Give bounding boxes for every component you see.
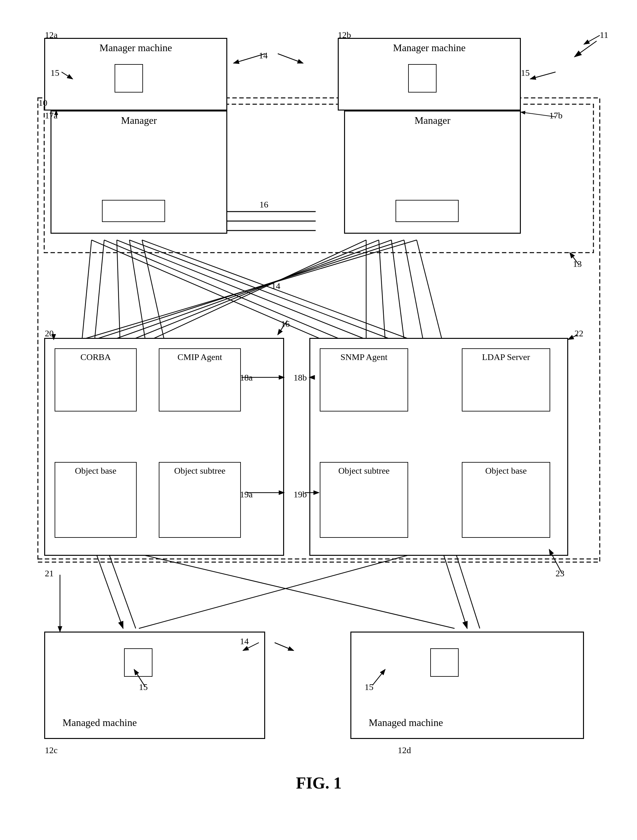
ref-19b: 19b [293, 489, 307, 500]
small-square-14b [408, 64, 437, 93]
svg-line-38 [584, 35, 600, 44]
svg-line-11 [117, 240, 366, 339]
manager-machine-left-title: Manager machine [45, 39, 226, 57]
ref-22: 22 [574, 328, 583, 338]
object-subtree-left-box: Object subtree [159, 462, 241, 538]
managed-machine-right-box: Managed machine [350, 632, 584, 739]
cmip-agent-box: CMIP Agent [159, 348, 241, 412]
svg-line-12 [129, 240, 391, 339]
object-base-right-label: Object base [462, 463, 550, 479]
ref-10: 10 [38, 98, 47, 108]
ref-15d: 15 [364, 682, 374, 692]
ref-23: 23 [555, 568, 564, 578]
small-square-14d [430, 648, 459, 677]
svg-line-8 [142, 240, 164, 339]
ldap-server-label: LDAP Server [462, 349, 550, 365]
svg-line-20 [132, 240, 379, 339]
manager-right-connector [396, 200, 459, 222]
manager-machine-right-box: Manager machine [338, 38, 521, 111]
ref-13: 13 [573, 259, 582, 269]
object-subtree-right-box: Object subtree [320, 462, 408, 538]
svg-line-40 [530, 72, 555, 79]
svg-line-35 [574, 41, 597, 57]
svg-line-32 [139, 549, 429, 628]
svg-line-16 [391, 240, 404, 339]
ref-21: 21 [45, 568, 54, 578]
svg-line-7 [129, 240, 145, 339]
ref-16a: 16 [260, 200, 268, 210]
svg-line-21 [114, 240, 391, 339]
cmip-agent-label: CMIP Agent [159, 349, 240, 365]
ref-12d: 12d [398, 745, 411, 755]
small-square-14c [124, 648, 153, 677]
managed-machine-left-title: Managed machine [61, 714, 138, 732]
svg-line-15 [379, 240, 385, 339]
ref-17b: 17b [549, 111, 563, 121]
svg-line-31 [120, 549, 454, 628]
manager-left-connector [102, 200, 165, 222]
manager-left-title: Manager [52, 112, 226, 129]
object-base-right-box: Object base [462, 462, 550, 538]
managed-machine-right-title: Managed machine [367, 714, 445, 732]
ref-19a: 19a [240, 489, 252, 500]
manager-machine-left-box: Manager machine [44, 38, 227, 111]
manager-right-box: Manager [344, 111, 521, 234]
corba-label: CORBA [55, 349, 136, 365]
svg-line-5 [95, 240, 104, 339]
ref-17a: 17a [45, 111, 57, 121]
left-agent-outer-box: CORBA CMIP Agent Object base Object subt… [44, 338, 284, 556]
diagram-container: Manager machine Manager machine Manager … [19, 13, 619, 821]
object-base-left-box: Object base [55, 462, 137, 538]
ref-15c: 15 [139, 682, 148, 692]
svg-line-10 [104, 240, 341, 339]
ref-15a: 15 [50, 68, 59, 78]
ref-14-bot: 14 [240, 636, 249, 646]
right-agent-outer-box: SNMP Agent LDAP Server Object subtree Ob… [309, 338, 568, 556]
svg-line-29 [442, 549, 467, 628]
fig-label: FIG. 1 [240, 774, 398, 792]
svg-line-30 [454, 549, 480, 628]
ref-12a: 12a [45, 30, 57, 40]
snmp-agent-label: SNMP Agent [320, 349, 407, 365]
ref-18a: 18a [240, 373, 252, 383]
ldap-server-box: LDAP Server [462, 348, 550, 412]
svg-line-19 [151, 240, 366, 339]
ref-12c: 12c [45, 745, 57, 755]
svg-line-4 [82, 240, 91, 339]
corba-box: CORBA [55, 348, 137, 412]
ref-14-mid: 14 [271, 281, 280, 291]
svg-line-27 [95, 549, 123, 628]
manager-machine-right-title: Manager machine [339, 39, 520, 57]
ref-11: 11 [600, 30, 608, 40]
managed-machine-left-box: Managed machine [44, 632, 265, 739]
snmp-agent-box: SNMP Agent [320, 348, 408, 412]
ref-20: 20 [45, 328, 54, 338]
svg-line-23 [82, 240, 417, 339]
manager-right-title: Manager [345, 112, 520, 129]
small-square-14a [115, 64, 143, 93]
ref-14-top: 14 [259, 51, 268, 61]
ref-16b: 16 [281, 319, 290, 329]
svg-line-22 [95, 240, 404, 339]
svg-line-56 [278, 54, 303, 63]
object-subtree-right-label: Object subtree [320, 463, 407, 479]
svg-line-28 [107, 549, 136, 628]
svg-line-6 [117, 240, 120, 339]
object-base-left-label: Object base [55, 463, 136, 479]
ref-12b: 12b [338, 30, 351, 40]
svg-line-17 [404, 240, 423, 339]
ref-15b: 15 [521, 68, 530, 78]
svg-line-53 [274, 643, 293, 651]
svg-line-18 [417, 240, 442, 339]
manager-left-box: Manager [50, 111, 227, 234]
ref-18b: 18b [293, 373, 307, 383]
object-subtree-left-label: Object subtree [159, 463, 240, 479]
